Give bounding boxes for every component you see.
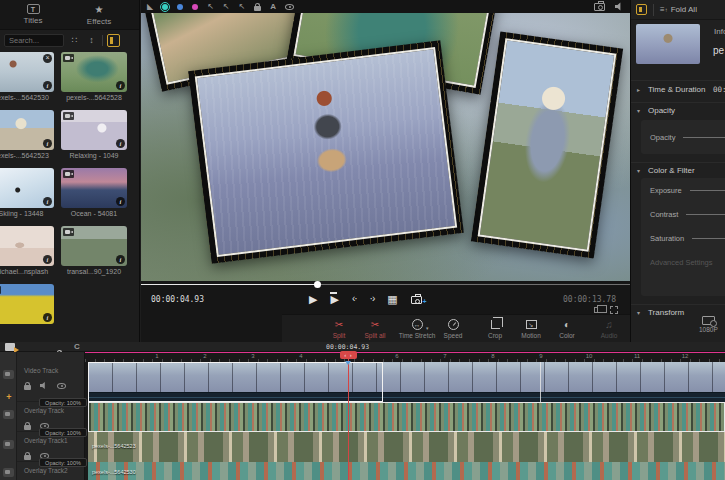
- media-thumbnail[interactable]: i: [0, 284, 54, 324]
- media-thumbnail[interactable]: i: [61, 110, 127, 150]
- info-icon[interactable]: i: [116, 81, 125, 90]
- info-icon[interactable]: i: [43, 313, 52, 322]
- add-track-button[interactable]: +: [4, 392, 14, 402]
- media-item[interactable]: iRelaxing - 1049: [61, 110, 127, 161]
- info-icon[interactable]: i: [43, 197, 52, 206]
- media-thumbnail[interactable]: i: [61, 168, 127, 208]
- media-item[interactable]: iOcean - 54081: [61, 168, 127, 219]
- tab-titles[interactable]: T Titles: [0, 0, 66, 29]
- media-item[interactable]: iSkiing - 13448: [0, 168, 54, 219]
- tab-effects[interactable]: ★ Effects: [66, 0, 132, 29]
- overlay-clip-3[interactable]: [88, 462, 725, 480]
- transform-tool-icon[interactable]: ↖: [207, 0, 214, 13]
- media-item[interactable]: ×ipexels-...5642530: [0, 52, 54, 103]
- tool-speed[interactable]: Speed: [438, 318, 468, 339]
- tool-split[interactable]: ✂Split: [324, 318, 354, 339]
- quick-export-icon[interactable]: [5, 343, 15, 351]
- tool-motion[interactable]: ↘Motion: [516, 318, 546, 339]
- overlay-track1-icon[interactable]: [3, 440, 14, 449]
- play-button[interactable]: ▶: [309, 292, 317, 306]
- media-thumbnail[interactable]: i: [61, 52, 127, 92]
- track-lock-icon[interactable]: [24, 385, 31, 390]
- fold-all-button[interactable]: ≡↑ Fold All: [660, 5, 697, 14]
- track-mute-icon[interactable]: [40, 382, 48, 390]
- track-lock-icon[interactable]: [24, 425, 31, 430]
- section-time-duration[interactable]: ▸ Time & Duration 00:0: [631, 80, 725, 98]
- speaker-icon[interactable]: [615, 2, 624, 11]
- preview-seekbar[interactable]: [141, 281, 630, 288]
- select-tool-icon[interactable]: ↖: [223, 0, 230, 13]
- panel-layout-icon[interactable]: [636, 4, 647, 15]
- overlay-clip-1[interactable]: [88, 402, 725, 432]
- timeline-ruler[interactable]: 123456789101112: [85, 352, 725, 362]
- video-clip[interactable]: [88, 362, 725, 402]
- media-thumbnail[interactable]: i: [0, 168, 54, 208]
- tool-split-all[interactable]: ✂Split all: [360, 318, 390, 339]
- media-thumbnail[interactable]: i: [61, 226, 127, 266]
- contrast-slider[interactable]: [686, 214, 725, 215]
- exposure-slider[interactable]: [690, 190, 725, 191]
- info-icon[interactable]: i: [43, 81, 52, 90]
- playhead-line[interactable]: [348, 352, 349, 480]
- sort-icon[interactable]: ↕: [85, 34, 98, 47]
- opacity-badge[interactable]: Opacity: 100%: [39, 398, 87, 407]
- media-thumbnail[interactable]: ×i: [0, 52, 54, 92]
- search-input[interactable]: [4, 34, 64, 47]
- fullscreen-icon[interactable]: [610, 306, 618, 314]
- advanced-settings-link[interactable]: Advanced Settings: [641, 250, 725, 274]
- media-item[interactable]: imichael...nsplash: [0, 226, 54, 277]
- playhead-handle[interactable]: ‹ ›: [340, 351, 357, 359]
- media-thumbnail[interactable]: i: [0, 226, 54, 266]
- info-icon[interactable]: i: [43, 255, 52, 264]
- overlay-clip-2[interactable]: [88, 432, 725, 462]
- pointer-tool-icon[interactable]: ↖: [239, 0, 246, 13]
- info-icon[interactable]: i: [116, 139, 125, 148]
- tab-info[interactable]: Info: [714, 27, 725, 36]
- video-track-icon[interactable]: [3, 370, 14, 379]
- opacity-slider[interactable]: [683, 137, 725, 138]
- media-item[interactable]: i: [0, 284, 54, 335]
- preview-canvas[interactable]: [141, 13, 630, 281]
- seekbar-knob[interactable]: [314, 281, 321, 288]
- track-visibility-icon[interactable]: [57, 383, 66, 389]
- track-lock-icon[interactable]: [24, 455, 31, 460]
- overlay-track2-icon[interactable]: [3, 468, 14, 477]
- panel-toggle-icon[interactable]: [107, 34, 120, 47]
- media-item[interactable]: itransal...90_1920: [61, 226, 127, 277]
- render-quality-button[interactable]: 1080P: [699, 316, 718, 333]
- mask-ruler-icon[interactable]: ◣: [147, 0, 153, 13]
- visibility-icon[interactable]: [285, 4, 294, 10]
- copy-frame-icon[interactable]: [594, 307, 602, 313]
- info-icon[interactable]: i: [116, 197, 125, 206]
- opacity-badge[interactable]: Opacity: 100%: [39, 458, 87, 467]
- info-icon[interactable]: i: [116, 255, 125, 264]
- photo-frame-right[interactable]: [471, 31, 623, 258]
- tool-color[interactable]: ◐Color: [552, 318, 582, 339]
- previous-frame-button[interactable]: ‹·: [352, 292, 357, 306]
- saturation-slider[interactable]: [692, 238, 725, 239]
- section-opacity[interactable]: ▾ Opacity: [631, 102, 725, 118]
- tool-crop[interactable]: Crop: [480, 318, 510, 339]
- info-icon[interactable]: i: [43, 139, 52, 148]
- overlay-track-icon[interactable]: [3, 410, 14, 419]
- marker-dot-blue[interactable]: [177, 4, 183, 10]
- snap-icon[interactable]: C: [74, 342, 80, 351]
- photo-frame-center[interactable]: [188, 40, 464, 264]
- render-play-button[interactable]: ▶: [330, 292, 338, 306]
- section-color-filter[interactable]: ▾ Color & Filter: [631, 162, 725, 178]
- snapshot-camera-icon[interactable]: [594, 3, 605, 11]
- opacity-badge[interactable]: Opacity: 100%: [39, 428, 87, 437]
- track-header[interactable]: Video Track: [17, 362, 85, 402]
- tool-time-stretch[interactable]: ↔▾Time Stretch: [402, 318, 432, 339]
- media-item[interactable]: ipexels-...5642523: [0, 110, 54, 161]
- close-icon[interactable]: ×: [43, 54, 52, 63]
- tool-audio[interactable]: ♫Audio: [594, 318, 624, 339]
- snapshot-button[interactable]: +: [411, 293, 422, 307]
- mark-frame-button[interactable]: ▦: [387, 292, 397, 306]
- marker-dot-pink[interactable]: [192, 4, 198, 10]
- grid-view-icon[interactable]: ∷: [68, 34, 81, 47]
- marker-dot-cyan[interactable]: [162, 4, 168, 10]
- media-thumbnail[interactable]: i: [0, 110, 54, 150]
- lock-icon[interactable]: [254, 6, 261, 11]
- text-tool-icon[interactable]: A: [270, 0, 276, 13]
